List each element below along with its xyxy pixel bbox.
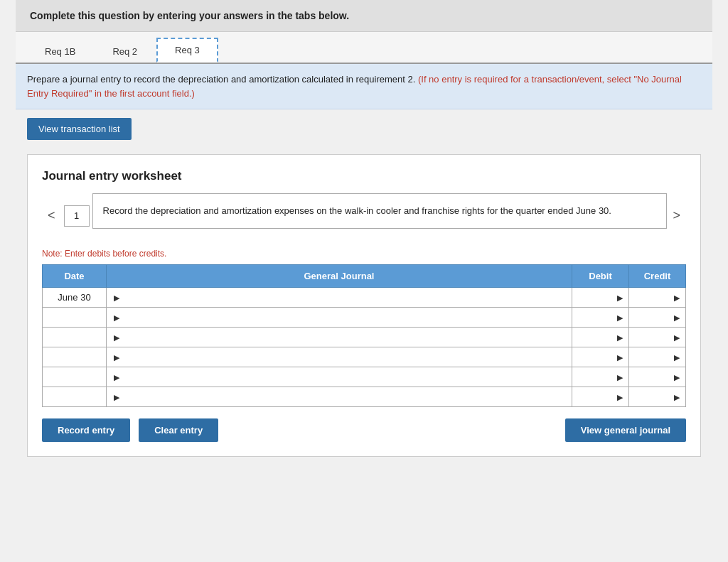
date-cell[interactable] <box>43 367 107 387</box>
tab-req3[interactable]: Req 3 <box>156 38 218 63</box>
description-box: Record the depreciation and amortization… <box>92 193 668 229</box>
credit-cell[interactable]: ▶ <box>629 347 686 367</box>
cell-arrow-icon: ▶ <box>674 313 680 323</box>
record-entry-button[interactable]: Record entry <box>42 418 130 442</box>
cell-arrow-icon: ▶ <box>674 293 680 303</box>
col-header-general-journal: General Journal <box>107 264 572 287</box>
table-row: ▶▶▶ <box>43 307 686 327</box>
table-row: ▶▶▶ <box>43 387 686 406</box>
journal-table: Date General Journal Debit Credit June 3… <box>42 264 686 407</box>
general-journal-cell[interactable]: ▶ <box>107 367 572 387</box>
date-cell[interactable] <box>43 387 107 406</box>
instruction-box: Prepare a journal entry to record the de… <box>16 64 712 109</box>
cell-arrow-icon: ▶ <box>114 293 119 303</box>
worksheet-container: Journal entry worksheet < 1 Record the d… <box>27 154 701 457</box>
col-header-date: Date <box>43 264 107 287</box>
date-cell[interactable] <box>43 327 107 347</box>
cell-arrow-icon: ▶ <box>114 313 119 323</box>
debit-cell[interactable]: ▶ <box>572 287 629 307</box>
nav-right-arrow[interactable]: > <box>667 205 686 226</box>
debit-cell[interactable]: ▶ <box>572 307 629 327</box>
cell-arrow-icon: ▶ <box>617 353 623 362</box>
nav-page-number: 1 <box>64 205 90 227</box>
cell-arrow-icon: ▶ <box>617 313 623 323</box>
view-transaction-button[interactable]: View transaction list <box>27 118 132 140</box>
credit-cell[interactable]: ▶ <box>629 367 686 387</box>
debit-cell[interactable]: ▶ <box>572 367 629 387</box>
nav-row: < 1 Record the depreciation and amortiza… <box>42 193 686 239</box>
clear-entry-button[interactable]: Clear entry <box>139 418 218 442</box>
debit-cell[interactable]: ▶ <box>572 347 629 367</box>
col-header-debit: Debit <box>572 264 629 287</box>
credit-cell[interactable]: ▶ <box>629 287 686 307</box>
tabs-bar: Req 1B Req 2 Req 3 <box>16 32 712 64</box>
cell-arrow-icon: ▶ <box>617 373 623 382</box>
debit-cell[interactable]: ▶ <box>572 387 629 406</box>
view-general-journal-button[interactable]: View general journal <box>565 418 686 442</box>
cell-arrow-icon: ▶ <box>674 373 680 382</box>
date-cell[interactable] <box>43 307 107 327</box>
table-row: ▶▶▶ <box>43 327 686 347</box>
cell-arrow-icon: ▶ <box>617 333 623 342</box>
cell-arrow-icon: ▶ <box>114 353 119 362</box>
buttons-row: Record entry Clear entry View general jo… <box>42 418 686 442</box>
table-row: ▶▶▶ <box>43 347 686 367</box>
view-transaction-btn-wrapper: View transaction list <box>27 118 132 140</box>
top-instruction: Complete this question by entering your … <box>16 0 712 32</box>
table-row: June 30▶▶▶ <box>43 287 686 307</box>
credit-cell[interactable]: ▶ <box>629 387 686 406</box>
cell-arrow-icon: ▶ <box>114 333 119 342</box>
table-row: ▶▶▶ <box>43 367 686 387</box>
col-header-credit: Credit <box>629 264 686 287</box>
top-instruction-text: Complete this question by entering your … <box>30 10 349 21</box>
tab-req2[interactable]: Req 2 <box>95 40 155 63</box>
credit-cell[interactable]: ▶ <box>629 307 686 327</box>
credit-cell[interactable]: ▶ <box>629 327 686 347</box>
cell-arrow-icon: ▶ <box>674 333 680 342</box>
debit-cell[interactable]: ▶ <box>572 327 629 347</box>
date-cell[interactable]: June 30 <box>43 287 107 307</box>
cell-arrow-icon: ▶ <box>114 373 119 382</box>
tab-req1b[interactable]: Req 1B <box>27 40 93 63</box>
general-journal-cell[interactable]: ▶ <box>107 287 572 307</box>
cell-arrow-icon: ▶ <box>674 353 680 362</box>
note-text: Note: Enter debits before credits. <box>42 249 686 259</box>
general-journal-cell[interactable]: ▶ <box>107 387 572 406</box>
cell-arrow-icon: ▶ <box>114 393 119 402</box>
worksheet-title: Journal entry worksheet <box>42 169 686 183</box>
nav-left-arrow[interactable]: < <box>42 205 61 226</box>
general-journal-cell[interactable]: ▶ <box>107 347 572 367</box>
date-cell[interactable] <box>43 347 107 367</box>
cell-arrow-icon: ▶ <box>617 393 623 402</box>
instruction-main-text: Prepare a journal entry to record the de… <box>27 74 415 85</box>
cell-arrow-icon: ▶ <box>674 393 680 402</box>
general-journal-cell[interactable]: ▶ <box>107 307 572 327</box>
cell-arrow-icon: ▶ <box>617 293 623 303</box>
general-journal-cell[interactable]: ▶ <box>107 327 572 347</box>
